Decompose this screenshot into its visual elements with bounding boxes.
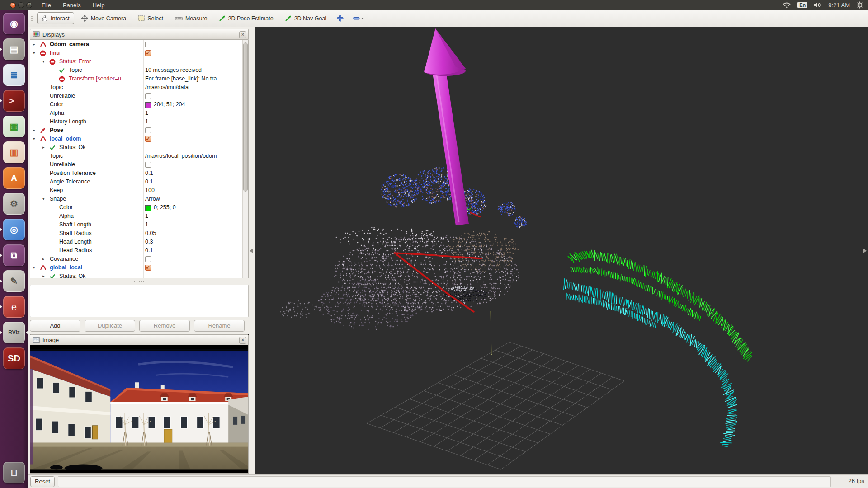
color-swatch[interactable]: [145, 102, 151, 108]
toolbar-drag-handle[interactable]: [31, 14, 33, 23]
displays-panel-header[interactable]: Displays ×: [30, 29, 249, 40]
session-gear-icon[interactable]: [856, 1, 863, 9]
tool-2d-nav-goal[interactable]: 2D Nav Goal: [281, 13, 331, 24]
tree-row-status-ok[interactable]: ▸Status: Ok: [30, 143, 243, 152]
tree-row-global-local[interactable]: ▾global_local✓: [30, 263, 243, 272]
row-checkbox[interactable]: [145, 256, 151, 262]
row-checkbox[interactable]: ✓: [145, 265, 151, 271]
tree-row-position-tolerance[interactable]: Position Tolerance0.1: [30, 169, 243, 178]
tree-row-topic[interactable]: Topic/mavros/local_position/odom: [30, 152, 243, 160]
expand-arrow-icon[interactable]: ▸: [42, 143, 45, 152]
row-checkbox[interactable]: [145, 162, 151, 168]
duplicate-button[interactable]: Duplicate: [85, 320, 135, 332]
launcher-evince-icon[interactable]: ℮: [3, 296, 25, 318]
dock-collapse-left-icon[interactable]: [250, 249, 253, 253]
tree-row-alpha[interactable]: Alpha1: [30, 109, 243, 117]
3d-viewport-canvas[interactable]: [255, 27, 868, 474]
add-tool-button[interactable]: [334, 12, 347, 24]
tree-row-unreliable[interactable]: Unreliable: [30, 160, 243, 169]
collapse-arrow-icon[interactable]: ▾: [42, 195, 45, 203]
collapse-arrow-icon[interactable]: ▾: [33, 263, 35, 272]
launcher-chromium-icon[interactable]: ◎: [3, 219, 25, 240]
tree-row-shaft-length[interactable]: Shaft Length1: [30, 221, 243, 229]
tree-row-head-length[interactable]: Head Length0.3: [30, 238, 243, 246]
tree-scrollbar[interactable]: [242, 40, 248, 278]
displays-close-icon[interactable]: ×: [239, 31, 246, 38]
tree-row-keep[interactable]: Keep100: [30, 186, 243, 195]
launcher-files-icon[interactable]: ▤: [3, 38, 25, 60]
tree-row-local-odom[interactable]: ▾local_odom✓: [30, 135, 243, 143]
expand-arrow-icon[interactable]: ▸: [33, 126, 35, 135]
displays-tree[interactable]: ▸Odom_camera▾Imu✓▾Status: ErrorTopic10 m…: [30, 40, 249, 278]
tree-row-pose[interactable]: ▸Pose: [30, 126, 243, 135]
expand-arrow-icon[interactable]: ▸: [42, 272, 45, 278]
tool-measure[interactable]: Measure: [170, 13, 212, 24]
tree-row-transform-sender-u-[interactable]: Transform [sender=u...For frame [base_li…: [30, 75, 243, 83]
tree-row-shape[interactable]: ▾ShapeArrow: [30, 195, 243, 203]
launcher-gedit-icon[interactable]: ✎: [3, 270, 25, 292]
launcher-remote-displays-icon[interactable]: ⧉: [3, 244, 25, 266]
menu-file[interactable]: File: [42, 2, 51, 9]
dock-collapse-right-icon[interactable]: [863, 249, 867, 253]
tool-interact[interactable]: Interact: [37, 12, 74, 24]
collapse-arrow-icon[interactable]: ▾: [33, 135, 35, 143]
tree-row-angle-tolerance[interactable]: Angle Tolerance0.1: [30, 178, 243, 186]
tree-scrollbar-thumb[interactable]: [243, 42, 248, 192]
tree-row-head-radius[interactable]: Head Radius0.1: [30, 246, 243, 255]
tree-row-history-length[interactable]: History Length1: [30, 117, 243, 126]
tree-row-color[interactable]: Color204; 51; 204: [30, 100, 243, 109]
tree-row-imu[interactable]: ▾Imu✓: [30, 49, 243, 57]
volume-icon[interactable]: [814, 2, 822, 8]
tree-row-unreliable[interactable]: Unreliable: [30, 92, 243, 100]
launcher-settings-icon[interactable]: ⚙: [3, 193, 25, 215]
window-maximize-button[interactable]: □: [26, 2, 32, 8]
launcher-impress-icon[interactable]: ▥: [3, 141, 25, 163]
reset-button[interactable]: Reset: [30, 476, 55, 487]
tree-row-alpha[interactable]: Alpha1: [30, 212, 243, 221]
tree-row-shaft-radius[interactable]: Shaft Radius0.05: [30, 229, 243, 238]
menu-help[interactable]: Help: [93, 2, 105, 9]
row-checkbox[interactable]: [145, 93, 151, 99]
collapse-arrow-icon[interactable]: ▾: [42, 57, 45, 66]
row-checkbox[interactable]: [145, 127, 151, 133]
launcher-dash-icon[interactable]: ◉: [3, 13, 25, 34]
clock[interactable]: 9:21 AM: [828, 2, 850, 9]
window-close-button[interactable]: ×: [10, 2, 16, 8]
tool-2d-pose-estimate[interactable]: 2D Pose Estimate: [215, 13, 278, 24]
panel-splitter-grip[interactable]: [30, 279, 249, 283]
rename-button[interactable]: Rename: [194, 320, 245, 332]
launcher-writer-icon[interactable]: ≣: [3, 64, 25, 86]
row-checkbox[interactable]: ✓: [145, 50, 151, 56]
launcher-terminal-icon[interactable]: >_: [3, 90, 25, 112]
window-minimize-button[interactable]: –: [18, 2, 24, 8]
tool-select[interactable]: Select: [133, 13, 168, 24]
tree-row-topic[interactable]: Topic/mavros/imu/data: [30, 83, 243, 92]
menu-panels[interactable]: Panels: [63, 2, 81, 9]
keyboard-layout-indicator[interactable]: En: [797, 2, 807, 8]
running-indicator: [0, 99, 2, 103]
color-swatch[interactable]: [145, 205, 151, 211]
remove-button[interactable]: Remove: [139, 320, 190, 332]
launcher-software-center-icon[interactable]: A: [3, 167, 25, 189]
tree-row-covariance[interactable]: ▸Covariance: [30, 255, 243, 263]
expand-arrow-icon[interactable]: ▸: [42, 255, 45, 263]
expand-arrow-icon[interactable]: ▸: [33, 40, 35, 49]
tree-row-odom-camera[interactable]: ▸Odom_camera: [30, 40, 243, 49]
tool-move-camera[interactable]: Move Camera: [77, 12, 131, 24]
add-button[interactable]: Add: [30, 320, 80, 332]
launcher-rviz-icon[interactable]: RViz: [3, 322, 25, 343]
row-checkbox[interactable]: [145, 42, 151, 47]
launcher-sd-card-icon[interactable]: SD: [3, 347, 25, 369]
image-close-icon[interactable]: ×: [239, 337, 246, 344]
collapse-arrow-icon[interactable]: ▾: [33, 49, 35, 57]
launcher-calc-icon[interactable]: ▦: [3, 116, 25, 137]
launcher-trash-icon[interactable]: ⊔: [3, 462, 25, 483]
remove-tool-button[interactable]: [349, 12, 368, 24]
image-panel-header[interactable]: Image ×: [30, 334, 249, 345]
tree-row-color[interactable]: Color0; 255; 0: [30, 203, 243, 212]
tree-row-status-ok[interactable]: ▸Status: Ok: [30, 272, 243, 278]
tree-row-status-error[interactable]: ▾Status: Error: [30, 57, 243, 66]
tree-row-topic[interactable]: Topic10 messages received: [30, 66, 243, 75]
row-checkbox[interactable]: ✓: [145, 136, 151, 142]
wifi-icon[interactable]: [782, 2, 791, 8]
